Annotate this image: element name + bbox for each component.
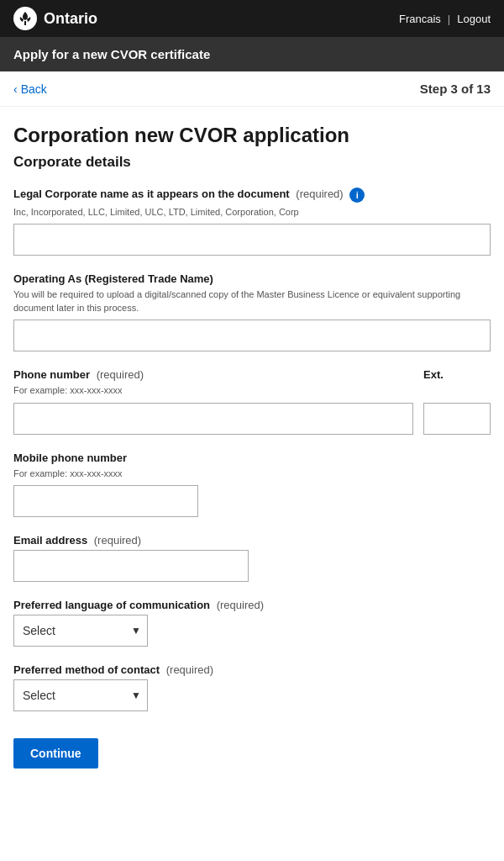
top-header: Ontario Francais | Logout [0, 0, 504, 37]
mobile-phone-hint: For example: xxx-xxx-xxxx [13, 467, 491, 480]
sub-header: Apply for a new CVOR certificate [0, 37, 504, 71]
breadcrumb-row: ‹ Back Step 3 of 13 [0, 71, 504, 107]
email-required: (required) [94, 534, 141, 547]
ext-input[interactable] [423, 403, 491, 435]
phone-row: Phone number (required) For example: xxx… [13, 368, 491, 434]
email-label: Email address (required) [13, 534, 491, 547]
preferred-language-group: Preferred language of communication (req… [13, 599, 491, 647]
operating-as-group: Operating As (Registered Trade Name) You… [13, 272, 491, 351]
phone-hint: For example: xxx-xxx-xxxx [13, 384, 413, 397]
preferred-method-label: Preferred method of contact (required) [13, 663, 491, 676]
operating-as-label: Operating As (Registered Trade Name) [13, 272, 491, 285]
preferred-method-group: Preferred method of contact (required) S… [13, 663, 491, 711]
phone-input[interactable] [13, 403, 413, 435]
email-group: Email address (required) [13, 534, 491, 582]
legal-name-hint: Inc, Incorporated, LLC, Limited, ULC, LT… [13, 206, 491, 219]
legal-name-info-icon[interactable]: i [349, 188, 365, 203]
phone-row-group: Phone number (required) For example: xxx… [13, 368, 491, 434]
legal-name-input[interactable] [13, 224, 491, 256]
ext-label: Ext. [423, 368, 491, 381]
svg-rect-0 [24, 21, 26, 25]
mobile-phone-label: Mobile phone number [13, 452, 491, 464]
mobile-phone-input[interactable] [13, 485, 198, 517]
phone-required: (required) [97, 368, 144, 381]
phone-number-group: Phone number (required) For example: xxx… [13, 368, 413, 434]
lang-required: (required) [217, 599, 264, 611]
operating-as-input[interactable] [13, 320, 491, 351]
ontario-logo: Ontario [13, 7, 97, 30]
main-content: Corporation new CVOR application Corpora… [0, 107, 504, 861]
section-title: Corporate details [13, 154, 491, 171]
phone-number-label: Phone number (required) [13, 368, 413, 381]
nav-logout-link[interactable]: Logout [457, 13, 491, 25]
mobile-phone-group: Mobile phone number For example: xxx-xxx… [13, 452, 491, 517]
back-chevron-icon: ‹ [13, 82, 18, 96]
step-indicator: Step 3 of 13 [420, 82, 491, 96]
ontario-logo-text: Ontario [44, 10, 97, 28]
back-link-label: Back [21, 82, 47, 96]
nav-francais-link[interactable]: Francais [399, 13, 441, 25]
ext-group: Ext. placeholder [423, 368, 491, 434]
legal-name-group: Legal Corporate name as it appears on th… [13, 188, 491, 256]
top-nav: Francais | Logout [399, 13, 491, 25]
method-required: (required) [166, 663, 213, 676]
preferred-language-label: Preferred language of communication (req… [13, 599, 491, 611]
spacer [13, 769, 491, 836]
legal-name-label: Legal Corporate name as it appears on th… [13, 188, 491, 203]
email-input[interactable] [13, 550, 249, 582]
preferred-method-select[interactable]: Select Email Phone Mail [13, 679, 148, 711]
sub-header-title: Apply for a new CVOR certificate [13, 47, 210, 61]
operating-as-hint: You will be required to upload a digital… [13, 288, 491, 314]
continue-button[interactable]: Continue [13, 738, 98, 769]
preferred-language-select[interactable]: Select English French [13, 615, 148, 647]
preferred-language-select-wrapper: Select English French ▼ [13, 615, 148, 647]
nav-divider: | [448, 13, 450, 25]
back-link[interactable]: ‹ Back [13, 82, 47, 96]
ontario-trillium-icon [13, 7, 37, 30]
preferred-method-select-wrapper: Select Email Phone Mail ▼ [13, 679, 148, 711]
legal-name-required: (required) [296, 188, 343, 200]
page-title: Corporation new CVOR application [13, 124, 491, 147]
